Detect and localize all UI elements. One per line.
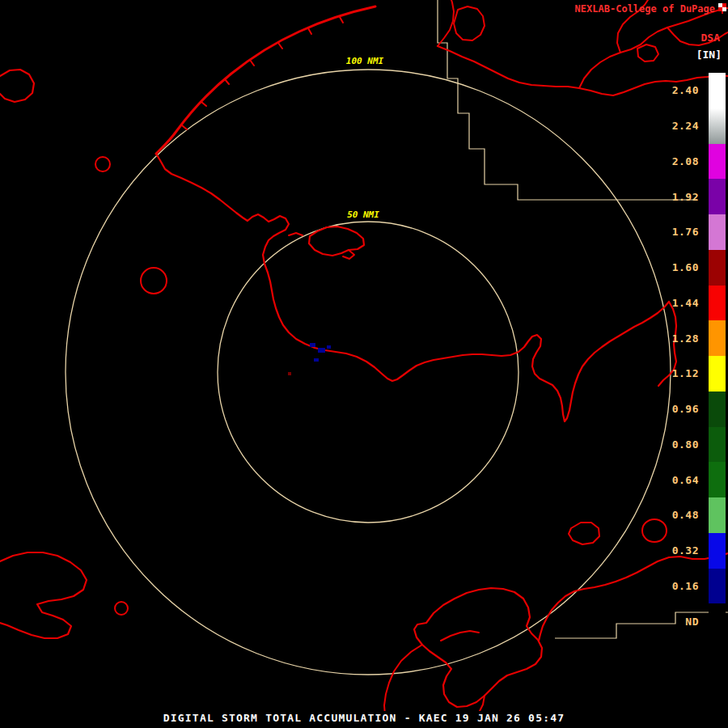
legend-value-label: 0.96 — [649, 392, 699, 427]
radar-map — [0, 0, 728, 728]
island-outline — [309, 226, 364, 256]
northwest-lake-circle — [95, 157, 110, 171]
legend-segment — [709, 427, 726, 463]
legend-segment — [709, 73, 726, 108]
coastline-north-arc — [156, 6, 375, 154]
range-ring-label-100nmi: 100 NMI — [343, 56, 387, 66]
west-lake-circle — [141, 268, 167, 294]
southeast-coast-line — [539, 553, 728, 641]
legend-value-label: 1.28 — [649, 320, 699, 356]
southwest-lake-circle — [115, 602, 128, 615]
legend-color-scale — [709, 73, 726, 639]
precip-echo — [310, 343, 315, 347]
legend-value-label: 2.24 — [649, 108, 699, 144]
legend-value-label: 0.64 — [649, 462, 699, 497]
precip-echo — [327, 345, 331, 349]
legend-value-label: 0.32 — [649, 533, 699, 569]
south-island-inner — [441, 631, 479, 641]
coastline-main — [156, 154, 669, 421]
coastlines — [0, 0, 728, 715]
southwest-coast-blob — [0, 552, 87, 638]
legend-value-label: 0.48 — [649, 497, 699, 533]
legend-segment — [709, 214, 726, 250]
south-island-outline — [414, 588, 542, 707]
south-island-tail — [384, 645, 422, 715]
legend-value-label: 1.92 — [649, 179, 699, 214]
precip-echo — [318, 348, 325, 353]
brand-text: NEXLAB-College of DuPage — [575, 3, 715, 15]
river-loop — [637, 44, 658, 61]
legend-value-label: 1.12 — [649, 356, 699, 392]
legend-segment — [709, 250, 726, 286]
legend-value-label: ND — [649, 603, 699, 639]
legend-segment — [709, 533, 726, 569]
legend-value-label: 1.76 — [649, 214, 699, 250]
footer-caption-bar: DIGITAL STORM TOTAL ACCUMULATION - KAEC … — [0, 712, 728, 724]
islet-west — [289, 233, 303, 235]
legend-segment — [709, 144, 726, 180]
legend-segment — [709, 392, 726, 427]
product-caption: DIGITAL STORM TOTAL ACCUMULATION - KAEC … — [160, 711, 568, 725]
legend-value-label: 1.44 — [649, 286, 699, 321]
legend-segment — [709, 179, 726, 214]
range-ring-50nmi — [218, 222, 518, 523]
legend-segment — [709, 603, 726, 639]
boundary-southeast — [555, 612, 728, 638]
legend-value-label: 1.60 — [649, 250, 699, 286]
legend-segment — [709, 462, 726, 497]
legend-segment — [709, 320, 726, 356]
northwest-corner-blob — [0, 70, 34, 102]
brand-mark-icon — [718, 3, 726, 14]
legend-segment — [709, 286, 726, 321]
legend-segment — [709, 356, 726, 392]
river-branch-top — [438, 0, 454, 46]
legend-value-label: 0.80 — [649, 427, 699, 463]
product-units-label: [IN] — [696, 49, 722, 61]
radar-viewport: 100 NMI 50 NMI NEXLAB-College of DuPage … — [0, 0, 728, 728]
precip-echo — [288, 372, 291, 375]
precip-echo — [314, 358, 319, 362]
legend-segment — [709, 497, 726, 533]
legend-value-label: 2.40 — [649, 73, 699, 108]
range-ring-label-50nmi: 50 NMI — [344, 210, 383, 220]
southeast-islet — [569, 523, 599, 544]
legend-segment — [709, 108, 726, 144]
legend-segment — [709, 569, 726, 604]
product-code-label: DSA — [701, 32, 720, 44]
brand-header: NEXLAB-College of DuPage — [575, 3, 726, 15]
river-lake-outline — [454, 6, 485, 40]
legend-value-label: 2.08 — [649, 144, 699, 180]
precipitation-echoes — [288, 343, 331, 375]
legend-value-label: 0.16 — [649, 569, 699, 604]
legend-value-labels: 2.402.242.081.921.761.601.441.281.120.96… — [649, 73, 699, 639]
